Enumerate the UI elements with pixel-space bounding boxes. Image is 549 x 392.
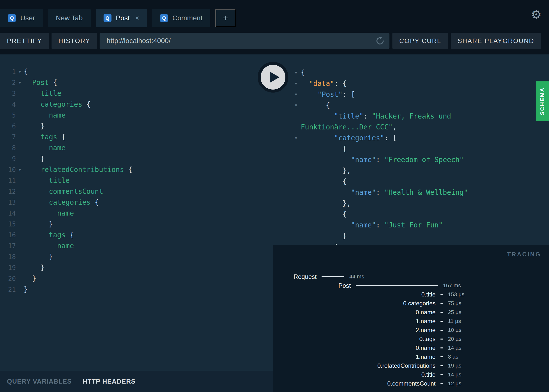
fold-arrow-icon[interactable]: ▼ xyxy=(16,66,24,77)
tracing-row: 1.name11 µs xyxy=(273,317,549,326)
fold-spacer xyxy=(16,121,24,132)
share-playground-button[interactable]: SHARE PLAYGROUND xyxy=(451,33,541,49)
execute-button[interactable] xyxy=(258,62,288,93)
fold-spacer xyxy=(295,242,301,245)
code-text: name xyxy=(24,241,74,251)
tracing-row: 2.name10 µs xyxy=(273,326,549,335)
tracing-span-time: 44 ms xyxy=(349,273,364,280)
tracing-span-label: 2.name xyxy=(273,327,436,334)
tab-user[interactable]: QUser xyxy=(0,9,43,27)
token: } xyxy=(49,253,53,261)
fold-arrow-icon[interactable]: ▼ xyxy=(16,77,24,88)
fold-arrow-icon[interactable]: ▼ xyxy=(295,89,301,100)
token: "Just For Fun" xyxy=(384,221,443,229)
token: { xyxy=(70,231,74,239)
add-tab-button[interactable]: + xyxy=(215,9,236,27)
tab-label: User xyxy=(20,14,35,22)
tab-bar: QUserNew TabQPost×QComment + ⚙ xyxy=(0,0,549,27)
tracing-span-label: 1.name xyxy=(273,318,436,325)
schema-tab[interactable]: SCHEMA xyxy=(536,81,549,121)
response-line: "name": "Freedom of Speech" xyxy=(295,154,549,165)
editor-line: 20 } xyxy=(0,273,273,284)
line-number: 19 xyxy=(0,262,16,273)
reload-icon xyxy=(376,36,384,45)
fold-spacer xyxy=(16,99,24,110)
copy-curl-button[interactable]: COPY CURL xyxy=(392,33,448,49)
code-text: Funktionäre...Der CCC", xyxy=(301,122,397,133)
tab-post[interactable]: QPost× xyxy=(96,9,147,27)
token: name xyxy=(57,242,74,250)
tracing-title: TRACING xyxy=(507,251,541,258)
code-text: } xyxy=(24,262,45,273)
fold-spacer xyxy=(16,230,24,241)
tab-comment[interactable]: QComment xyxy=(152,9,210,27)
code-text: categories { xyxy=(24,99,91,110)
fold-arrow-icon[interactable]: ▼ xyxy=(295,100,301,111)
tracing-span-label: Post xyxy=(273,282,351,289)
fold-arrow-icon[interactable]: ▼ xyxy=(16,164,24,175)
fold-spacer xyxy=(16,273,24,284)
fold-arrow-icon[interactable]: ▼ xyxy=(295,78,301,89)
editor-line: 9 } xyxy=(0,153,273,164)
tracing-span-time: 12 µs xyxy=(448,380,461,387)
fold-spacer xyxy=(16,208,24,219)
fold-spacer xyxy=(16,143,24,153)
token: "name" xyxy=(351,188,376,196)
token: Post xyxy=(32,78,53,87)
response-line: "name": "Just For Fun" xyxy=(295,220,549,231)
endpoint-input[interactable] xyxy=(100,37,376,45)
token: : xyxy=(376,156,384,164)
token: { xyxy=(53,78,57,87)
fold-spacer xyxy=(295,122,301,133)
tracing-span-bar xyxy=(440,321,443,322)
fold-spacer xyxy=(295,165,301,176)
token: commentsCount xyxy=(49,187,103,196)
editor-line: 12 commentsCount xyxy=(0,186,273,197)
fold-spacer xyxy=(16,284,24,295)
tracing-span-time: 75 µs xyxy=(448,300,461,307)
editor-line: 14 name xyxy=(0,208,273,219)
http-headers-tab[interactable]: HTTP HEADERS xyxy=(83,378,136,385)
tracing-row: 0.title153 µs xyxy=(273,290,549,299)
editor-line: 18 } xyxy=(0,251,273,262)
fold-spacer xyxy=(16,197,24,208)
tracing-span-label: 0.title xyxy=(273,291,436,298)
code-text: title xyxy=(24,88,61,99)
tracing-span-bar xyxy=(356,285,438,286)
endpoint-url-bar xyxy=(100,33,389,49)
token: { xyxy=(128,166,132,174)
fold-arrow-icon[interactable]: ▼ xyxy=(295,133,301,144)
editor-line: 11 title xyxy=(0,175,273,186)
fold-spacer xyxy=(16,88,24,99)
query-variables-tab[interactable]: QUERY VARIABLES xyxy=(7,378,72,385)
code-text: "data": { xyxy=(301,78,347,89)
tracing-row: 0.title14 µs xyxy=(273,370,549,379)
tab-list: QUserNew TabQPost×QComment xyxy=(0,9,215,27)
response-line: { xyxy=(295,176,549,187)
token: "Health & Wellbeing" xyxy=(384,188,468,196)
query-badge-icon: Q xyxy=(160,14,168,22)
close-tab-icon[interactable]: × xyxy=(135,15,139,22)
settings-gear-icon[interactable]: ⚙ xyxy=(531,8,542,20)
tracing-span-bar xyxy=(322,276,344,277)
token: { xyxy=(95,198,99,206)
token: title xyxy=(40,89,61,98)
query-editor-lines[interactable]: 1▼{2▼ Post {3 title4 categories {5 name6… xyxy=(0,54,273,371)
line-number: 14 xyxy=(0,208,16,219)
token: relatedContributions xyxy=(40,166,128,174)
editor-bottom-bar: QUERY VARIABLES HTTP HEADERS xyxy=(0,371,273,392)
editor-line: 3 title xyxy=(0,88,273,99)
reload-endpoint-icon[interactable] xyxy=(376,36,384,45)
token: name xyxy=(49,111,65,119)
token: "Post" xyxy=(317,90,342,98)
fold-spacer xyxy=(16,241,24,251)
tab-new-tab[interactable]: New Tab xyxy=(48,9,90,27)
prettify-button[interactable]: PRETTIFY xyxy=(0,33,49,49)
token: : xyxy=(363,112,372,120)
history-button[interactable]: HISTORY xyxy=(52,33,97,49)
token: : [ xyxy=(384,134,397,142)
code-text: "title": "Hacker, Freaks und xyxy=(301,111,451,122)
fold-spacer xyxy=(295,144,301,154)
fold-arrow-icon[interactable]: ▼ xyxy=(295,67,301,78)
tracing-span-time: 14 µs xyxy=(448,371,461,378)
